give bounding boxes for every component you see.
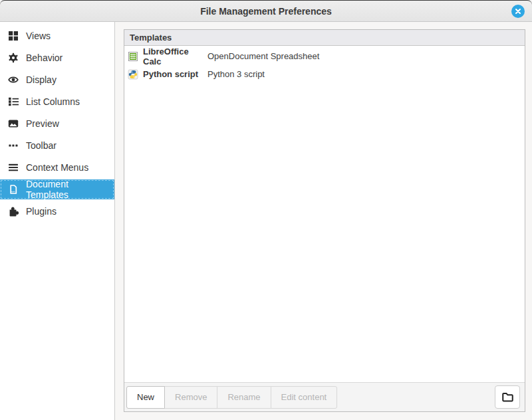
libreoffice-calc-icon xyxy=(128,51,138,62)
template-description: Python 3 script xyxy=(207,69,265,79)
sidebar-item-label: Views xyxy=(26,31,51,41)
sidebar-item-label: Display xyxy=(26,74,57,85)
sidebar-item-label: Plugins xyxy=(26,206,57,217)
templates-header: Templates xyxy=(124,30,525,46)
puzzle-icon xyxy=(7,206,19,217)
folder-icon xyxy=(501,391,514,403)
sidebar-item-label: Document Templates xyxy=(26,179,108,200)
templates-list: LibreOffice Calc OpenDocument Spreadshee… xyxy=(124,46,525,382)
image-icon xyxy=(7,118,19,130)
rename-button[interactable]: Rename xyxy=(217,386,271,409)
sidebar-item-preview[interactable]: Preview xyxy=(0,114,114,134)
sidebar-item-display[interactable]: Display xyxy=(0,70,114,90)
titlebar: File Management Preferences xyxy=(0,0,532,22)
document-icon xyxy=(7,184,19,195)
edit-content-button[interactable]: Edit content xyxy=(271,386,338,409)
eye-icon xyxy=(7,74,19,86)
window-title: File Management Preferences xyxy=(0,1,532,21)
template-row-libreoffice-calc[interactable]: LibreOffice Calc OpenDocument Spreadshee… xyxy=(124,47,525,65)
sidebar-item-list-columns[interactable]: List Columns xyxy=(0,92,114,112)
open-templates-folder-button[interactable] xyxy=(495,385,520,409)
gear-icon xyxy=(7,52,19,64)
views-grid-icon xyxy=(7,31,19,42)
sidebar-item-label: List Columns xyxy=(26,96,80,107)
templates-header-label: Templates xyxy=(130,33,172,43)
templates-toolbar: New Remove Rename Edit content xyxy=(124,382,525,411)
sidebar-item-label: Toolbar xyxy=(26,140,57,151)
close-icon xyxy=(513,6,523,17)
main-panel: Templates xyxy=(115,22,532,420)
new-button[interactable]: New xyxy=(126,386,165,409)
close-button[interactable] xyxy=(511,5,525,18)
sidebar-item-context-menus[interactable]: Context Menus xyxy=(0,158,114,177)
sidebar-item-views[interactable]: Views xyxy=(0,26,114,46)
sidebar: Views Behavior xyxy=(0,22,115,420)
template-name: Python script xyxy=(143,69,207,79)
sidebar-item-behavior[interactable]: Behavior xyxy=(0,48,114,68)
three-dots-icon xyxy=(7,140,19,152)
sidebar-item-document-templates[interactable]: Document Templates xyxy=(0,179,114,199)
template-button-group: New Remove Rename Edit content xyxy=(126,386,337,409)
python-icon xyxy=(128,69,138,80)
sidebar-item-plugins[interactable]: Plugins xyxy=(0,201,114,221)
window-body: Views Behavior xyxy=(0,22,532,420)
template-description: OpenDocument Spreadsheet xyxy=(207,51,319,61)
menu-lines-icon xyxy=(7,162,19,173)
sidebar-item-toolbar[interactable]: Toolbar xyxy=(0,136,114,156)
templates-frame: Templates xyxy=(124,29,525,412)
sidebar-item-label: Preview xyxy=(26,118,59,129)
list-columns-icon xyxy=(7,96,19,108)
sidebar-item-label: Context Menus xyxy=(26,162,88,173)
sidebar-item-label: Behavior xyxy=(26,52,63,63)
template-row-python-script[interactable]: Python script Python 3 script xyxy=(124,65,525,83)
template-name: LibreOffice Calc xyxy=(143,47,207,66)
remove-button[interactable]: Remove xyxy=(164,386,217,409)
file-management-preferences-window: File Management Preferences Views xyxy=(0,0,532,420)
